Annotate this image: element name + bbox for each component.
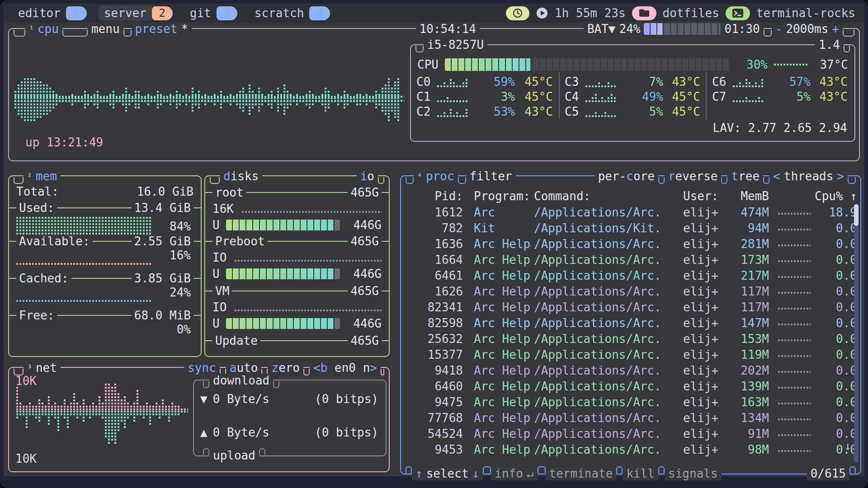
terminal-pill <box>726 6 750 20</box>
cpu-detail-box: i5-8257U 1.4 CPU 30% 37°C C <box>410 44 855 142</box>
process-row[interactable]: 9418Arc Help/Applications/Arc.elij+202M0… <box>407 362 854 378</box>
process-row[interactable]: 25632Arc Help/Applications/Arc.elij+153M… <box>407 331 854 347</box>
interval-increase-button[interactable]: + <box>832 22 839 36</box>
proc-select-control[interactable]: ↑select↓ <box>412 467 483 480</box>
header-pid[interactable]: Pid: <box>407 188 463 204</box>
proc-tree-button[interactable]: tree <box>727 169 763 183</box>
header-user[interactable]: User: <box>683 188 718 204</box>
play-icon <box>536 7 548 19</box>
process-row[interactable]: 54524Arc Help/Applications/Arc.elij+91M0… <box>407 426 854 441</box>
header-cpu[interactable]: Cpu% ↑ <box>814 188 857 204</box>
upload-arrow-icon: ▲ <box>200 426 208 439</box>
tab-git[interactable]: git 3 <box>184 5 237 21</box>
net-panel-title[interactable]: ³net <box>24 361 61 375</box>
disk-vm-u-label: U <box>212 317 220 330</box>
proc-terminate-button[interactable]: terminate <box>546 467 617 480</box>
proc-signals-button[interactable]: signals <box>665 467 722 480</box>
proc-info-button[interactable]: info↵ <box>491 467 537 480</box>
header-memb[interactable]: MemB <box>719 188 769 204</box>
core-row-c5: C55%45°C <box>565 104 700 119</box>
sort-arrow-icon: ↑ <box>850 189 857 203</box>
process-row[interactable]: 1626Arc Help/Applications/Arc.elij+117M0… <box>407 283 854 299</box>
process-row[interactable]: 15377Arc Help/Applications/Arc.elij+119M… <box>407 347 854 362</box>
process-row[interactable]: 6461Arc Help/Applications/Arc.elij+217M0… <box>407 267 854 283</box>
proc-selection-count: 0/615 <box>807 467 849 480</box>
cpu-panel: ¹cpu menu preset* 10:54:14 BAT▼ 24% 01:3… <box>8 28 860 161</box>
proc-reverse-button[interactable]: reverse <box>665 169 722 183</box>
core-column-3: C657%43°C C75%43°C <box>712 74 848 119</box>
disk-root-size: 465G <box>348 186 382 199</box>
disks-panel: disks io root465G 16K U 446G Preboot465G… <box>204 175 390 357</box>
disks-io-title[interactable]: io <box>357 169 378 183</box>
cpu-preset-button[interactable]: preset* <box>132 22 192 36</box>
session-timer: 1h 55m 23s <box>555 6 626 20</box>
disk-preboot-name: Preboot <box>212 235 268 248</box>
process-row[interactable]: 77768Arc Help/Applications/Arc.elij+134M… <box>407 410 854 426</box>
disk-preboot-used: 446G <box>353 267 382 281</box>
disk-update-name: Update <box>212 334 260 347</box>
interval-decrease-button[interactable]: - <box>775 22 783 36</box>
disk-preboot-u-label: U <box>212 267 220 281</box>
tab-scratch-label: scratch <box>249 5 310 21</box>
mem-available-graph <box>16 263 152 265</box>
mem-free-value: 68.0 MiB <box>132 309 193 322</box>
header-program[interactable]: Program: <box>474 188 530 204</box>
refresh-interval-control: - 2000ms + <box>772 22 843 36</box>
tab-git-badge: 3 <box>217 6 237 20</box>
mem-used-value: 13.4 GiB <box>132 201 193 215</box>
proc-threads-switcher[interactable]: <threads> <box>769 169 848 183</box>
upload-bits: (0 bitps) <box>315 426 378 439</box>
process-row[interactable]: 82341Arc Help/Applications/Arc.elij+117M… <box>407 299 854 315</box>
overflow-down-icon: ↓ <box>844 439 851 453</box>
process-row[interactable]: 1612Arc/Applications/Arc.elij+474M18.9 <box>407 204 854 220</box>
disk-vm-io-graph <box>235 310 382 311</box>
proc-scrollbar-thumb[interactable] <box>854 204 859 226</box>
enter-key-icon: ↵ <box>527 467 534 480</box>
process-row[interactable]: 1636Arc Help/Applications/Arc.elij+281M0… <box>407 236 854 252</box>
mem-cached-percent: 24% <box>170 286 191 299</box>
process-row[interactable]: 1664Arc Help/Applications/Arc.elij+173M0… <box>407 252 854 267</box>
session-name: terminal-rocks <box>756 6 855 20</box>
mem-total-label: Total: <box>16 185 59 198</box>
tmux-status-bar: editor 1 server 2 git 3 scratch 4 1h 55m… <box>4 4 864 23</box>
proc-table-body: 1612Arc/Applications/Arc.elij+474M18.9 7… <box>407 204 854 457</box>
mem-panel-title[interactable]: ²mem <box>24 169 61 183</box>
net-scale-bottom: 10K <box>15 452 37 465</box>
cpu-total-temp: 37°C <box>814 58 848 71</box>
download-bits: (0 bitps) <box>315 392 378 406</box>
folder-pill <box>632 6 656 20</box>
proc-scrollbar[interactable] <box>854 204 859 463</box>
disk-vm-usage-bar <box>226 318 340 329</box>
disk-root-io-label: 16K <box>212 202 234 216</box>
mem-total-value: 16.0 GiB <box>137 185 193 198</box>
mem-cached-value: 3.85 GiB <box>132 272 193 285</box>
process-row[interactable]: 6460Arc Help/Applications/Arc.elij+139M0… <box>407 378 854 394</box>
header-command[interactable]: Command: <box>534 188 590 204</box>
cpu-menu-button[interactable]: menu <box>88 22 123 36</box>
chip-name: i5-8257U <box>424 38 487 52</box>
tab-server[interactable]: server 2 <box>99 5 173 21</box>
proc-percore-button[interactable]: per-core <box>594 169 658 183</box>
net-history-graph <box>16 379 188 455</box>
download-title: download <box>209 374 273 387</box>
process-row[interactable]: 9475Arc Help/Applications/Arc.elij+163M0… <box>407 394 854 410</box>
upload-title: upload <box>209 449 259 462</box>
cpu-total-label: CPU <box>417 58 439 71</box>
proc-table-header: Pid: Program: Command: User: MemB Cpu% ↑ <box>407 188 854 204</box>
disk-root-usage-bar <box>226 220 340 230</box>
tab-scratch[interactable]: scratch 4 <box>249 5 330 21</box>
proc-panel-title[interactable]: ⁴proc <box>414 169 458 183</box>
disk-root-u-label: U <box>212 218 220 232</box>
tab-editor[interactable]: editor 1 <box>13 5 87 21</box>
process-row[interactable]: 82598Arc Help/Applications/Arc.elij+147M… <box>407 315 854 331</box>
cpu-panel-title[interactable]: ¹cpu <box>25 22 62 36</box>
disks-panel-title[interactable]: disks <box>220 169 262 183</box>
proc-filter-button[interactable]: filter <box>466 169 516 183</box>
core-column-1: C059%45°C C13%45°C C253%43°C <box>416 74 553 119</box>
proc-kill-button[interactable]: kill <box>623 467 658 480</box>
disk-vm-size: 465G <box>348 284 382 298</box>
core-row-c1: C13%45°C <box>416 89 553 104</box>
process-row[interactable]: 9453Arc Help/Applications/Arc.elij+98M0.… <box>407 441 854 457</box>
process-row[interactable]: 782Kit/Applications/Kit.elij+94M0.0 <box>407 220 854 236</box>
download-arrow-icon: ▼ <box>200 392 208 406</box>
